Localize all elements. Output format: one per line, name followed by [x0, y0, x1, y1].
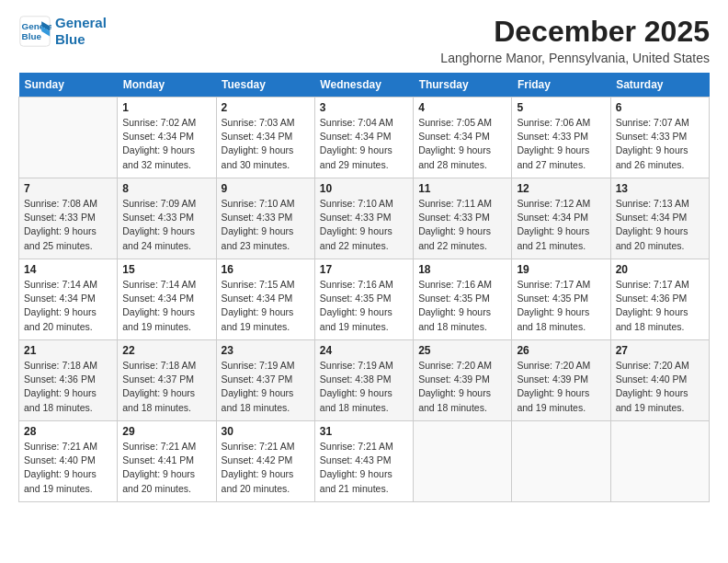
- day-number: 12: [517, 182, 605, 195]
- calendar-cell: [414, 421, 512, 502]
- calendar-cell: 26Sunrise: 7:20 AMSunset: 4:39 PMDayligh…: [512, 340, 610, 421]
- calendar-cell: [19, 98, 118, 178]
- day-number: 16: [222, 263, 310, 276]
- day-number: 1: [122, 101, 210, 114]
- calendar-cell: 24Sunrise: 7:19 AMSunset: 4:38 PMDayligh…: [314, 340, 413, 421]
- day-number: 18: [418, 263, 506, 276]
- header-saturday: Saturday: [610, 73, 709, 98]
- calendar-cell: 1Sunrise: 7:02 AMSunset: 4:34 PMDaylight…: [118, 98, 216, 178]
- day-info: Sunrise: 7:21 AMSunset: 4:41 PMDaylight:…: [122, 440, 210, 496]
- day-number: 26: [517, 344, 605, 357]
- day-number: 30: [222, 425, 310, 438]
- calendar-cell: 31Sunrise: 7:21 AMSunset: 4:43 PMDayligh…: [314, 421, 413, 502]
- calendar-cell: 23Sunrise: 7:19 AMSunset: 4:37 PMDayligh…: [216, 340, 314, 421]
- header-tuesday: Tuesday: [216, 73, 314, 98]
- day-number: 3: [320, 101, 408, 114]
- day-info: Sunrise: 7:14 AMSunset: 4:34 PMDaylight:…: [24, 278, 112, 334]
- day-number: 15: [122, 263, 210, 276]
- day-info: Sunrise: 7:10 AMSunset: 4:33 PMDaylight:…: [222, 197, 310, 253]
- day-info: Sunrise: 7:13 AMSunset: 4:34 PMDaylight:…: [616, 197, 704, 253]
- day-number: 20: [616, 263, 704, 276]
- calendar-week-0: 1Sunrise: 7:02 AMSunset: 4:34 PMDaylight…: [19, 98, 710, 178]
- day-info: Sunrise: 7:18 AMSunset: 4:36 PMDaylight:…: [24, 359, 112, 415]
- day-number: 5: [517, 101, 605, 114]
- day-number: 4: [418, 101, 506, 114]
- day-number: 22: [122, 344, 210, 357]
- logo-text: GeneralBlue: [55, 15, 107, 48]
- calendar-cell: 29Sunrise: 7:21 AMSunset: 4:41 PMDayligh…: [118, 421, 216, 502]
- day-info: Sunrise: 7:21 AMSunset: 4:43 PMDaylight:…: [320, 440, 408, 496]
- title-block: December 2025 Langhorne Manor, Pennsylva…: [440, 15, 710, 65]
- day-number: 8: [122, 182, 210, 195]
- calendar-cell: 4Sunrise: 7:05 AMSunset: 4:34 PMDaylight…: [414, 98, 512, 178]
- day-number: 17: [320, 263, 408, 276]
- day-info: Sunrise: 7:11 AMSunset: 4:33 PMDaylight:…: [418, 197, 506, 253]
- calendar-cell: 12Sunrise: 7:12 AMSunset: 4:34 PMDayligh…: [512, 178, 610, 259]
- calendar-cell: 22Sunrise: 7:18 AMSunset: 4:37 PMDayligh…: [118, 340, 216, 421]
- day-info: Sunrise: 7:12 AMSunset: 4:34 PMDaylight:…: [517, 197, 605, 253]
- day-number: 2: [222, 101, 310, 114]
- header-sunday: Sunday: [19, 73, 118, 98]
- day-info: Sunrise: 7:19 AMSunset: 4:37 PMDaylight:…: [222, 359, 310, 415]
- day-info: Sunrise: 7:15 AMSunset: 4:34 PMDaylight:…: [222, 278, 310, 334]
- calendar-week-1: 7Sunrise: 7:08 AMSunset: 4:33 PMDaylight…: [19, 178, 710, 259]
- calendar-week-4: 28Sunrise: 7:21 AMSunset: 4:40 PMDayligh…: [19, 421, 710, 502]
- day-number: 31: [320, 425, 408, 438]
- day-info: Sunrise: 7:17 AMSunset: 4:36 PMDaylight:…: [616, 278, 704, 334]
- day-number: 6: [616, 101, 704, 114]
- calendar-cell: 7Sunrise: 7:08 AMSunset: 4:33 PMDaylight…: [19, 178, 118, 259]
- calendar-cell: 8Sunrise: 7:09 AMSunset: 4:33 PMDaylight…: [118, 178, 216, 259]
- day-info: Sunrise: 7:14 AMSunset: 4:34 PMDaylight:…: [122, 278, 210, 334]
- calendar-cell: 15Sunrise: 7:14 AMSunset: 4:34 PMDayligh…: [118, 259, 216, 340]
- day-info: Sunrise: 7:07 AMSunset: 4:33 PMDaylight:…: [616, 116, 704, 172]
- day-number: 27: [616, 344, 704, 357]
- calendar-cell: 3Sunrise: 7:04 AMSunset: 4:34 PMDaylight…: [314, 98, 413, 178]
- day-info: Sunrise: 7:20 AMSunset: 4:40 PMDaylight:…: [616, 359, 704, 415]
- day-number: 21: [24, 344, 112, 357]
- day-info: Sunrise: 7:16 AMSunset: 4:35 PMDaylight:…: [320, 278, 408, 334]
- calendar-week-3: 21Sunrise: 7:18 AMSunset: 4:36 PMDayligh…: [19, 340, 710, 421]
- calendar-cell: 5Sunrise: 7:06 AMSunset: 4:33 PMDaylight…: [512, 98, 610, 178]
- day-number: 7: [24, 182, 112, 195]
- day-number: 10: [320, 182, 408, 195]
- calendar-cell: 11Sunrise: 7:11 AMSunset: 4:33 PMDayligh…: [414, 178, 512, 259]
- day-info: Sunrise: 7:16 AMSunset: 4:35 PMDaylight:…: [418, 278, 506, 334]
- day-info: Sunrise: 7:03 AMSunset: 4:34 PMDaylight:…: [222, 116, 310, 172]
- day-info: Sunrise: 7:19 AMSunset: 4:38 PMDaylight:…: [320, 359, 408, 415]
- header-wednesday: Wednesday: [314, 73, 413, 98]
- day-number: 9: [222, 182, 310, 195]
- day-number: 13: [616, 182, 704, 195]
- logo: General Blue GeneralBlue: [18, 15, 107, 48]
- calendar-table: SundayMondayTuesdayWednesdayThursdayFrid…: [18, 73, 710, 502]
- day-number: 25: [418, 344, 506, 357]
- day-info: Sunrise: 7:17 AMSunset: 4:35 PMDaylight:…: [517, 278, 605, 334]
- calendar-week-2: 14Sunrise: 7:14 AMSunset: 4:34 PMDayligh…: [19, 259, 710, 340]
- day-number: 11: [418, 182, 506, 195]
- day-number: 23: [222, 344, 310, 357]
- day-info: Sunrise: 7:18 AMSunset: 4:37 PMDaylight:…: [122, 359, 210, 415]
- calendar-cell: 14Sunrise: 7:14 AMSunset: 4:34 PMDayligh…: [19, 259, 118, 340]
- calendar-cell: 27Sunrise: 7:20 AMSunset: 4:40 PMDayligh…: [610, 340, 709, 421]
- calendar-cell: 2Sunrise: 7:03 AMSunset: 4:34 PMDaylight…: [216, 98, 314, 178]
- calendar-cell: 19Sunrise: 7:17 AMSunset: 4:35 PMDayligh…: [512, 259, 610, 340]
- calendar-cell: 28Sunrise: 7:21 AMSunset: 4:40 PMDayligh…: [19, 421, 118, 502]
- calendar-cell: 9Sunrise: 7:10 AMSunset: 4:33 PMDaylight…: [216, 178, 314, 259]
- day-info: Sunrise: 7:20 AMSunset: 4:39 PMDaylight:…: [418, 359, 506, 415]
- calendar-cell: 6Sunrise: 7:07 AMSunset: 4:33 PMDaylight…: [610, 98, 709, 178]
- svg-text:Blue: Blue: [22, 31, 42, 41]
- calendar-cell: [512, 421, 610, 502]
- day-number: 19: [517, 263, 605, 276]
- calendar-header-row: SundayMondayTuesdayWednesdayThursdayFrid…: [19, 73, 710, 98]
- day-info: Sunrise: 7:06 AMSunset: 4:33 PMDaylight:…: [517, 116, 605, 172]
- calendar-cell: 17Sunrise: 7:16 AMSunset: 4:35 PMDayligh…: [314, 259, 413, 340]
- calendar-cell: 16Sunrise: 7:15 AMSunset: 4:34 PMDayligh…: [216, 259, 314, 340]
- header-friday: Friday: [512, 73, 610, 98]
- calendar-cell: 13Sunrise: 7:13 AMSunset: 4:34 PMDayligh…: [610, 178, 709, 259]
- day-info: Sunrise: 7:21 AMSunset: 4:42 PMDaylight:…: [222, 440, 310, 496]
- day-number: 14: [24, 263, 112, 276]
- day-info: Sunrise: 7:08 AMSunset: 4:33 PMDaylight:…: [24, 197, 112, 253]
- day-info: Sunrise: 7:20 AMSunset: 4:39 PMDaylight:…: [517, 359, 605, 415]
- day-number: 29: [122, 425, 210, 438]
- location-title: Langhorne Manor, Pennsylvania, United St…: [440, 51, 710, 65]
- day-info: Sunrise: 7:10 AMSunset: 4:33 PMDaylight:…: [320, 197, 408, 253]
